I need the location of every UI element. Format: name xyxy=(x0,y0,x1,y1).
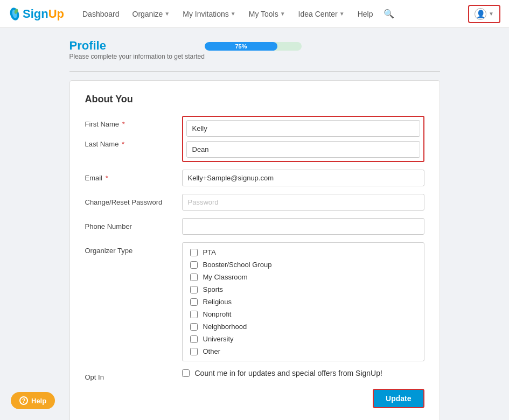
organizer-type-checkbox[interactable] xyxy=(190,286,198,293)
list-item: University xyxy=(190,335,416,343)
last-name-required: * xyxy=(120,140,124,148)
nav-help[interactable]: Help xyxy=(352,6,379,22)
organizer-type-label: Organizer Type xyxy=(85,242,182,255)
organizer-type-checkbox[interactable] xyxy=(190,323,198,331)
profile-header: Profile Please complete your information… xyxy=(69,39,440,67)
organizer-type-box: PTABooster/School GroupMy ClassroomSport… xyxy=(182,242,424,361)
organizer-type-option-label: Nonprofit xyxy=(203,310,232,318)
idea-chevron-icon: ▼ xyxy=(339,11,345,17)
update-button[interactable]: Update xyxy=(373,389,424,408)
search-icon[interactable]: 🔍 xyxy=(380,5,398,22)
page-wrapper: Profile Please complete your information… xyxy=(61,28,449,420)
user-avatar-icon: 👤 xyxy=(475,8,486,20)
list-item: PTA xyxy=(190,248,416,256)
email-label: Email * xyxy=(85,170,182,182)
opt-in-form-row: Opt In Count me in for updates and speci… xyxy=(85,369,424,381)
nav-my-invitations[interactable]: My Invitations ▼ xyxy=(177,6,241,22)
list-item: Neighborhood xyxy=(190,323,416,331)
progress-label: 75% xyxy=(235,43,247,50)
header-divider xyxy=(69,71,440,72)
organizer-type-option-label: University xyxy=(203,335,234,343)
navbar: SignUp Dashboard Organize ▼ My Invitatio… xyxy=(0,0,509,28)
opt-in-text: Count me in for updates and special offe… xyxy=(195,369,382,377)
organizer-type-checkbox[interactable] xyxy=(190,249,198,256)
list-item: My Classroom xyxy=(190,273,416,281)
first-name-label: First Name * xyxy=(85,120,182,128)
list-item: Booster/School Group xyxy=(190,261,416,269)
opt-in-container: Count me in for updates and special offe… xyxy=(182,369,424,377)
nav-idea-center[interactable]: Idea Center ▼ xyxy=(293,6,350,22)
profile-subtitle: Please complete your information to get … xyxy=(69,53,205,60)
nav-organize[interactable]: Organize ▼ xyxy=(127,6,176,22)
organizer-type-checkbox[interactable] xyxy=(190,335,198,343)
phone-input[interactable] xyxy=(182,218,424,235)
organizer-type-option-label: Sports xyxy=(203,285,224,293)
opt-in-label: Opt In xyxy=(85,369,182,381)
organizer-type-checkbox[interactable] xyxy=(190,298,198,306)
phone-form-row: Phone Number xyxy=(85,218,424,235)
organizer-type-checkbox[interactable] xyxy=(190,274,198,281)
password-form-row: Change/Reset Password xyxy=(85,194,424,211)
invitations-chevron-icon: ▼ xyxy=(231,11,236,17)
password-label: Change/Reset Password xyxy=(85,194,182,206)
email-input[interactable] xyxy=(182,170,424,186)
logo[interactable]: SignUp xyxy=(9,7,64,21)
last-name-label: Last Name * xyxy=(85,140,182,148)
help-button[interactable]: ? Help xyxy=(11,392,55,409)
list-item: Religious xyxy=(190,298,416,306)
list-item: Nonprofit xyxy=(190,310,416,318)
opt-in-checkbox[interactable] xyxy=(182,369,190,377)
tools-chevron-icon: ▼ xyxy=(280,11,285,17)
organizer-type-checkbox[interactable] xyxy=(190,348,198,355)
name-label-column: First Name * Last Name * xyxy=(85,116,182,148)
page-title: Profile xyxy=(69,39,205,53)
user-chevron-icon: ▼ xyxy=(489,11,494,17)
list-item: Other xyxy=(190,347,416,355)
list-item: Sports xyxy=(190,285,416,293)
email-required: * xyxy=(103,174,108,182)
progress-bar: 75% xyxy=(205,42,302,51)
organize-chevron-icon: ▼ xyxy=(164,11,170,17)
logo-leaf-icon xyxy=(9,7,20,21)
organizer-type-option-label: Neighborhood xyxy=(203,323,247,331)
organizer-type-checkbox[interactable] xyxy=(190,311,198,318)
nav-dashboard[interactable]: Dashboard xyxy=(77,6,125,22)
email-form-row: Email * xyxy=(85,170,424,186)
organizer-type-checkbox[interactable] xyxy=(190,261,198,269)
password-input[interactable] xyxy=(182,194,424,211)
organizer-type-option-label: Religious xyxy=(203,298,232,306)
user-account-button[interactable]: 👤 ▼ xyxy=(468,5,500,23)
nav-my-tools[interactable]: My Tools ▼ xyxy=(243,6,291,22)
name-form-row: First Name * Last Name * xyxy=(85,116,424,162)
form-actions: Update xyxy=(85,389,424,408)
name-highlight-box xyxy=(182,116,424,162)
organizer-type-form-row: Organizer Type PTABooster/School GroupMy… xyxy=(85,242,424,361)
first-name-input[interactable] xyxy=(186,120,420,137)
help-label: Help xyxy=(31,397,46,405)
phone-label: Phone Number xyxy=(85,218,182,230)
first-name-required: * xyxy=(120,120,125,128)
nav-links: Dashboard Organize ▼ My Invitations ▼ My… xyxy=(77,5,468,22)
organizer-type-option-label: Booster/School Group xyxy=(203,261,272,269)
about-you-card: About You First Name * Last Name * Email… xyxy=(69,80,440,420)
logo-text: SignUp xyxy=(23,7,64,21)
organizer-type-option-label: Other xyxy=(203,347,221,355)
organizer-type-option-label: My Classroom xyxy=(203,273,248,281)
organizer-type-option-label: PTA xyxy=(203,248,216,256)
progress-bar-fill: 75% xyxy=(205,42,277,51)
help-icon: ? xyxy=(19,396,28,405)
progress-container: 75% xyxy=(205,42,302,51)
about-you-title: About You xyxy=(85,94,424,105)
last-name-input[interactable] xyxy=(186,141,420,158)
